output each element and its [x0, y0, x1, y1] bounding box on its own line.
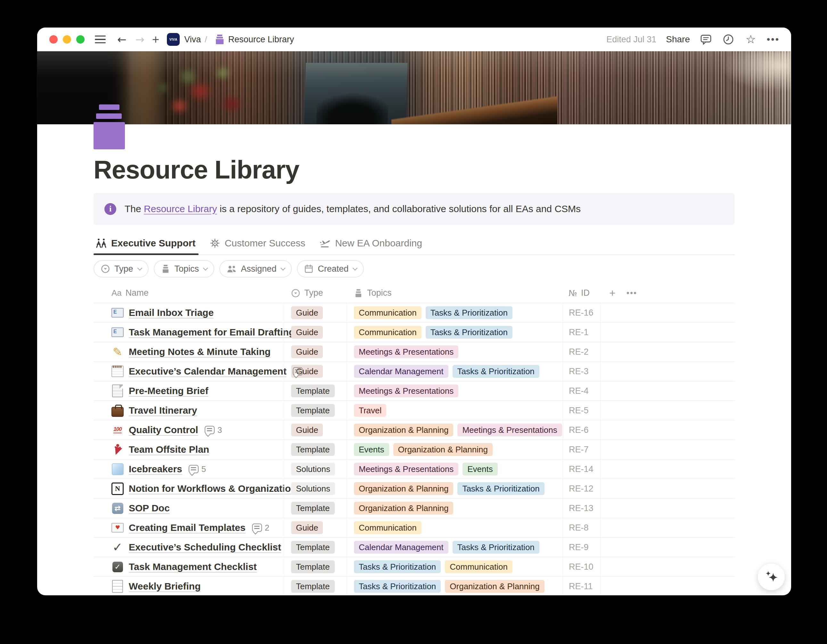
table-row: Icebreakers 5 Solutions Meetings & Prese… [94, 460, 735, 479]
type-cell[interactable]: Guide [284, 323, 346, 342]
tab-new-ea-onboarding[interactable]: New EA Onboarding [317, 234, 425, 255]
name-cell[interactable]: Quality Control 3 [94, 420, 284, 439]
name-cell[interactable]: Team Offsite Plan [94, 440, 284, 459]
name-cell[interactable]: Travel Itinerary [94, 401, 284, 420]
sidebar-toggle-icon[interactable] [95, 36, 106, 44]
page-link[interactable]: Executive’s Scheduling Checklist [129, 542, 281, 553]
topics-cell[interactable]: Travel [346, 401, 563, 420]
share-button[interactable]: Share [666, 34, 690, 45]
breadcrumb-workspace[interactable]: Viva [184, 34, 201, 45]
page-link[interactable]: Pre-Meeting Brief [129, 385, 208, 396]
type-cell[interactable]: Solutions [284, 479, 346, 498]
name-cell[interactable]: Executive’s Calendar Management 1 [94, 362, 284, 381]
type-cell[interactable]: Template [284, 538, 346, 557]
tab-executive-support[interactable]: Executive Support [94, 234, 198, 255]
name-cell[interactable]: SOP Doc [94, 499, 284, 518]
topics-cell[interactable]: CommunicationTasks & Prioritization [346, 303, 563, 322]
name-cell[interactable]: Meeting Notes & Minute Taking [94, 342, 284, 361]
type-cell[interactable]: Template [284, 381, 346, 400]
topics-cell[interactable]: Meetings & PresentationsEvents [346, 460, 563, 479]
name-cell[interactable]: Executive’s Scheduling Checklist [94, 538, 284, 557]
filter-type[interactable]: Type [94, 260, 148, 277]
filter-topics[interactable]: Topics [154, 260, 215, 277]
page-link[interactable]: Meeting Notes & Minute Taking [129, 346, 271, 357]
topics-cell[interactable]: Calendar ManagementTasks & Prioritizatio… [346, 362, 563, 381]
updates-clock-icon[interactable] [722, 33, 735, 46]
type-cell[interactable]: Guide [284, 420, 346, 439]
column-header-name[interactable]: Aa Name [94, 288, 284, 298]
page-link[interactable]: Team Offsite Plan [129, 444, 209, 455]
back-icon[interactable]: ← [117, 34, 126, 45]
id-cell: RE-10 [563, 557, 600, 577]
page-link[interactable]: Task Management for Email Drafting [129, 327, 295, 338]
table-row: Creating Email Templates 2 Guide Communi… [94, 518, 735, 538]
topics-cell[interactable]: Meetings & Presentations [346, 342, 563, 361]
topics-cell[interactable]: Organization & PlanningTasks & Prioritiz… [346, 479, 563, 498]
workspace-logo[interactable]: VIVA [167, 33, 180, 46]
type-cell[interactable]: Template [284, 499, 346, 518]
page-link[interactable]: Quality Control [129, 425, 198, 435]
type-cell[interactable]: Solutions [284, 460, 346, 479]
type-cell[interactable]: Template [284, 557, 346, 577]
page-link[interactable]: Icebreakers [129, 464, 182, 475]
column-header-id[interactable]: № ID [563, 288, 600, 298]
comments-icon[interactable] [699, 33, 712, 46]
zoom-window-button[interactable] [76, 35, 84, 44]
add-column-icon[interactable]: + [609, 287, 616, 299]
notion-ai-button[interactable] [757, 563, 785, 591]
filter-assigned[interactable]: Assigned [219, 260, 292, 277]
topics-cell[interactable]: Organization & PlanningMeetings & Presen… [346, 420, 563, 439]
name-cell[interactable]: Weekly Briefing [94, 577, 284, 595]
comment-indicator[interactable]: 3 [205, 425, 222, 435]
filter-created[interactable]: Created [297, 260, 364, 277]
name-cell[interactable]: Icebreakers 5 [94, 460, 284, 479]
close-window-button[interactable] [49, 35, 58, 44]
page-link[interactable]: Task Management Checklist [129, 561, 257, 572]
comment-indicator[interactable]: 5 [189, 464, 206, 474]
comment-indicator[interactable]: 2 [252, 523, 269, 533]
type-cell[interactable]: Guide [284, 342, 346, 361]
type-cell[interactable]: Template [284, 440, 346, 459]
column-header-type[interactable]: Type [284, 288, 346, 298]
type-tag: Solutions [291, 482, 335, 495]
topics-cell[interactable]: Communication [346, 518, 563, 537]
type-tag: Guide [291, 326, 323, 339]
favorite-star-icon[interactable]: ☆ [744, 33, 757, 46]
page-link[interactable]: Notion for Workflows & Organization [129, 483, 296, 494]
topics-cell[interactable]: Organization & Planning [346, 499, 563, 518]
page-link[interactable]: Weekly Briefing [129, 581, 201, 592]
tab-customer-success[interactable]: Customer Success [208, 234, 309, 255]
topics-cell[interactable]: CommunicationTasks & Prioritization [346, 323, 563, 342]
topics-cell[interactable]: Tasks & PrioritizationOrganization & Pla… [346, 577, 563, 595]
comment-bubble-icon [205, 426, 215, 434]
type-tag: Guide [291, 345, 323, 358]
page-link[interactable]: Email Inbox Triage [129, 307, 214, 318]
name-cell[interactable]: Pre-Meeting Brief [94, 381, 284, 400]
table-row: Travel Itinerary Template Travel RE-5 [94, 401, 735, 420]
name-cell[interactable]: Task Management for Email Drafting [94, 323, 284, 342]
topics-cell[interactable]: Meetings & Presentations [346, 381, 563, 400]
name-cell[interactable]: Task Management Checklist [94, 557, 284, 577]
type-cell[interactable]: Template [284, 401, 346, 420]
type-cell[interactable]: Guide [284, 303, 346, 322]
table-options-icon[interactable]: ••• [626, 288, 637, 298]
page-link[interactable]: Travel Itinerary [129, 405, 197, 416]
page-link[interactable]: Creating Email Templates [129, 522, 246, 533]
topics-cell[interactable]: Tasks & PrioritizationCommunication [346, 557, 563, 577]
breadcrumb-page[interactable]: Resource Library [228, 34, 294, 45]
topics-cell[interactable]: EventsOrganization & Planning [346, 440, 563, 459]
resource-library-link[interactable]: Resource Library [144, 203, 217, 214]
type-cell[interactable]: Template [284, 577, 346, 595]
page-link[interactable]: SOP Doc [129, 503, 170, 514]
name-cell[interactable]: Email Inbox Triage [94, 303, 284, 322]
page-archive-icon[interactable] [94, 105, 131, 149]
name-cell[interactable]: Creating Email Templates 2 [94, 518, 284, 537]
name-cell[interactable]: Notion for Workflows & Organization [94, 479, 284, 498]
page-link[interactable]: Executive’s Calendar Management [129, 366, 286, 377]
new-page-icon[interactable]: + [152, 33, 159, 47]
type-cell[interactable]: Guide [284, 518, 346, 537]
column-header-topics[interactable]: Topics [346, 288, 563, 298]
minimize-window-button[interactable] [63, 35, 71, 44]
more-options-icon[interactable]: ••• [767, 33, 780, 46]
topics-cell[interactable]: Calendar ManagementTasks & Prioritizatio… [346, 538, 563, 557]
